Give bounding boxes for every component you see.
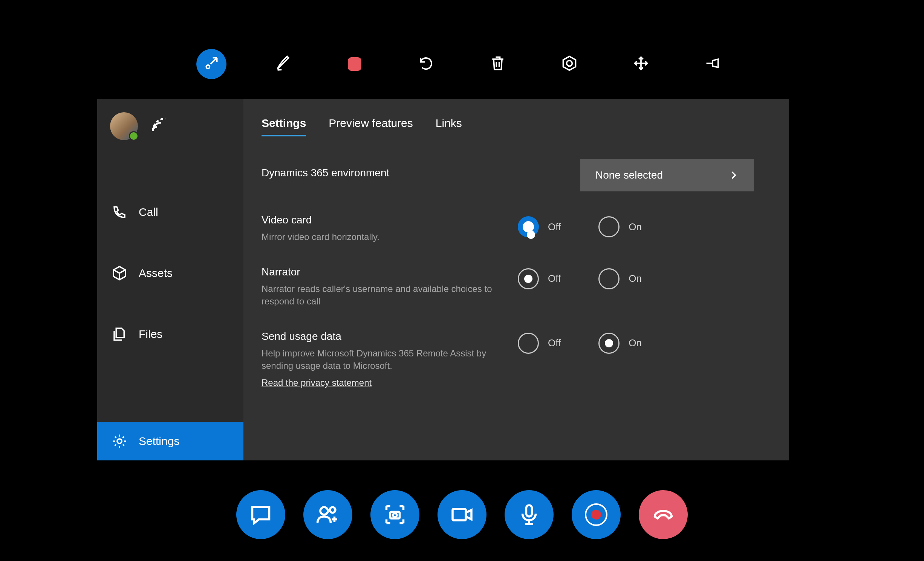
video-on-radio[interactable]: On xyxy=(598,216,642,237)
video-radios: Off On xyxy=(518,216,642,237)
radio-label: On xyxy=(629,273,642,284)
stop-button[interactable] xyxy=(340,49,370,79)
undo-button[interactable] xyxy=(411,49,441,79)
collapse-button[interactable] xyxy=(196,49,226,79)
narrator-title: Narrator xyxy=(262,266,503,278)
narrator-off-radio[interactable]: Off xyxy=(518,268,561,289)
svg-point-3 xyxy=(117,439,122,443)
collapse-icon xyxy=(203,55,220,73)
end-call-button[interactable] xyxy=(639,490,688,539)
section-video-card: Video card Mirror video card horizontall… xyxy=(262,214,785,243)
section-narrator: Narrator Narrator reads caller's usernam… xyxy=(262,266,785,308)
tab-links[interactable]: Links xyxy=(436,117,462,136)
svg-point-4 xyxy=(320,507,328,515)
radio-unselected-icon xyxy=(598,268,620,289)
mic-button[interactable] xyxy=(505,490,554,539)
delete-button[interactable] xyxy=(483,49,513,79)
ink-button[interactable] xyxy=(268,49,298,79)
radio-label: On xyxy=(629,221,642,233)
presence-available-icon xyxy=(129,131,139,141)
settings-content: Settings Preview features Links Dynamics… xyxy=(243,99,789,460)
radio-label: On xyxy=(629,337,642,349)
sidebar: Call Assets Files Settings xyxy=(97,99,243,460)
tab-preview-features[interactable]: Preview features xyxy=(329,117,413,136)
radio-label: Off xyxy=(548,221,561,233)
radio-unselected-icon xyxy=(598,216,620,237)
call-bar xyxy=(236,490,688,539)
sidebar-item-call[interactable]: Call xyxy=(97,193,243,231)
record-button[interactable] xyxy=(572,490,621,539)
video-title: Video card xyxy=(262,214,503,226)
avatar[interactable] xyxy=(110,112,138,140)
video-icon xyxy=(451,503,473,526)
chat-icon xyxy=(249,503,272,526)
chevron-right-icon xyxy=(729,170,739,180)
usage-off-radio[interactable]: Off xyxy=(518,333,561,354)
move-button[interactable] xyxy=(626,49,656,79)
gear-icon xyxy=(112,433,127,449)
radio-unselected-icon xyxy=(518,333,539,354)
sidebar-nav: Call Assets Files xyxy=(97,193,243,353)
stop-icon xyxy=(348,57,361,71)
pin-icon xyxy=(704,55,721,73)
sidebar-item-files[interactable]: Files xyxy=(97,315,243,353)
radio-selected-icon xyxy=(598,333,620,354)
usage-on-radio[interactable]: On xyxy=(598,333,642,354)
narrator-radios: Off On xyxy=(518,268,642,289)
radio-label: Off xyxy=(548,273,561,284)
environment-value: None selected xyxy=(595,169,663,181)
signal-icon xyxy=(151,117,167,135)
environment-select[interactable]: None selected xyxy=(580,159,754,191)
video-button[interactable] xyxy=(438,490,486,539)
move-arrows-icon xyxy=(633,55,649,73)
video-desc: Mirror video card horizontally. xyxy=(262,231,503,243)
section-usage-data: Send usage data Help improve Microsoft D… xyxy=(262,330,785,388)
record-icon xyxy=(585,503,607,526)
svg-point-0 xyxy=(206,65,210,69)
sidebar-item-settings[interactable]: Settings xyxy=(97,422,243,460)
tabs: Settings Preview features Links xyxy=(262,117,785,136)
sidebar-item-label: Settings xyxy=(139,436,179,447)
radio-selected-icon xyxy=(518,216,539,237)
camera-capture-icon xyxy=(384,503,406,526)
usage-desc: Help improve Microsoft Dynamics 365 Remo… xyxy=(262,347,503,372)
add-people-button[interactable] xyxy=(303,490,352,539)
chat-button[interactable] xyxy=(236,490,285,539)
usage-radios: Off On xyxy=(518,333,642,354)
section-environment: Dynamics 365 environment None selected xyxy=(262,159,785,191)
sidebar-item-assets[interactable]: Assets xyxy=(97,254,243,292)
svg-rect-9 xyxy=(526,505,532,517)
tab-settings[interactable]: Settings xyxy=(262,117,306,136)
svg-marker-1 xyxy=(563,57,576,70)
undo-icon xyxy=(418,55,434,73)
sidebar-item-label: Files xyxy=(139,329,162,340)
mic-icon xyxy=(518,503,540,526)
files-icon xyxy=(112,326,127,342)
top-toolbar xyxy=(196,49,728,79)
profile-row xyxy=(97,99,243,144)
svg-point-7 xyxy=(393,513,397,517)
radio-label: Off xyxy=(548,337,561,349)
video-off-radio[interactable]: Off xyxy=(518,216,561,237)
svg-point-5 xyxy=(330,507,335,513)
narrator-on-radio[interactable]: On xyxy=(598,268,642,289)
trash-icon xyxy=(490,55,506,73)
svg-point-2 xyxy=(567,61,572,66)
radio-selected-icon xyxy=(518,268,539,289)
capture-button[interactable] xyxy=(370,490,419,539)
ink-pen-icon xyxy=(275,55,291,73)
environment-title: Dynamics 365 environment xyxy=(262,167,503,179)
svg-rect-8 xyxy=(453,509,466,520)
narrator-desc: Narrator reads caller's username and ava… xyxy=(262,283,503,308)
usage-title: Send usage data xyxy=(262,330,503,342)
target-button[interactable] xyxy=(554,49,584,79)
sidebar-item-label: Call xyxy=(139,206,158,218)
add-people-icon xyxy=(317,503,339,526)
end-call-icon xyxy=(652,503,675,526)
pin-button[interactable] xyxy=(698,49,728,79)
main-panel: Call Assets Files Settings Settings Prev… xyxy=(97,99,789,460)
privacy-link[interactable]: Read the privacy statement xyxy=(262,378,372,388)
package-icon xyxy=(112,265,127,281)
target-hex-icon xyxy=(561,55,578,73)
sidebar-item-label: Assets xyxy=(139,268,173,279)
